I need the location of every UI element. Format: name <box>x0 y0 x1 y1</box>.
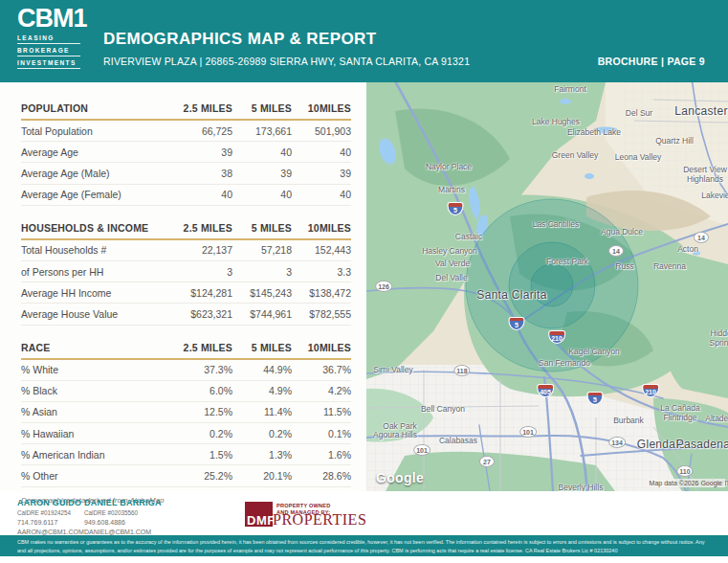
row-label: % Asian <box>21 401 173 422</box>
map-label: Lake Hughes <box>532 118 580 127</box>
row-value: 28.6% <box>292 465 351 486</box>
row-value: 40 <box>292 142 351 163</box>
map-label: Val Verde <box>435 259 470 269</box>
interstate-shield-icon: 210 <box>642 384 659 397</box>
map-label: Naylor Place <box>426 163 472 172</box>
contact-license: CalDRE #02035560 <box>84 509 162 518</box>
row-value: 11.4% <box>232 401 292 422</box>
logo-tag-brokerage: BROKERAGE <box>17 44 80 56</box>
demographics-panel: POPULATION 2.5 MILES 5 MILES 10MILES Tot… <box>0 82 366 491</box>
map-label: Pasadena <box>676 439 728 452</box>
state-route-shield-icon: 110 <box>676 465 693 477</box>
header-bar: CBM1 LEASING BROKERAGE INVESTMENTS DEMOG… <box>0 0 728 82</box>
state-route-shield-icon: 101 <box>413 444 430 456</box>
row-value: 3.3 <box>292 260 351 282</box>
row-value: 25.2% <box>173 465 232 486</box>
table-title: POPULATION <box>21 99 173 120</box>
state-route-shield-icon: 118 <box>453 365 470 376</box>
table-row: of Persons per HH333.3 <box>21 260 351 282</box>
col-header: 2.5 MILES <box>173 218 232 239</box>
map-label: Quartz Hill <box>655 137 694 146</box>
contact-name: DANIEL BARRIGA <box>84 498 162 507</box>
row-value: 37.3% <box>173 359 232 381</box>
interstate-shield-icon: 5 <box>509 317 525 330</box>
map-label: Burbank <box>613 417 644 426</box>
state-route-shield-icon: 101 <box>519 426 537 438</box>
row-value: $623,321 <box>173 304 232 325</box>
page-title: DEMOGRAPHICS MAP & REPORT <box>103 30 470 49</box>
row-value: 39 <box>292 163 351 184</box>
col-header: 2.5 MILES <box>173 338 232 359</box>
row-value: 40 <box>232 184 292 205</box>
brochure-page-label: BROCHURE | PAGE 9 <box>598 56 705 67</box>
map-label: Hidden Springs <box>702 329 728 349</box>
row-value: 20.1% <box>232 465 292 486</box>
row-value: 1.6% <box>292 444 351 465</box>
households-income-table: HOUSEHOLDS & INCOME 2.5 MILES 5 MILES 10… <box>21 218 351 326</box>
row-value: 0.2% <box>232 423 292 444</box>
row-value: 40 <box>292 184 351 205</box>
row-label: Average Age (Female) <box>21 184 173 205</box>
table-row: Average HH Income$124,281$145,243$138,47… <box>21 282 351 304</box>
row-value: 6.0% <box>173 380 232 401</box>
row-value: 4.9% <box>232 380 292 401</box>
col-header: 5 MILES <box>232 338 292 359</box>
row-value: 12.5% <box>173 401 232 422</box>
map-label: Hasley Canyon <box>422 247 477 257</box>
map-label: Russ <box>615 262 633 272</box>
disclaimer-bar: CBM makes no warranties or guarantees as… <box>0 535 728 556</box>
col-header: 10MILES <box>292 338 351 359</box>
map-label: Agua Dulce <box>601 228 643 237</box>
state-route-shield-icon: 14 <box>608 245 624 257</box>
row-label: % White <box>21 359 173 381</box>
logo-tag-investments: INVESTMENTS <box>17 56 80 69</box>
row-value: 1.3% <box>232 444 292 465</box>
row-label: Total Population <box>21 120 173 142</box>
map-label: Forest Park <box>546 258 588 267</box>
map-label: Green Valley <box>552 151 599 161</box>
table-row: % Asian12.5%11.4%11.5% <box>21 401 351 422</box>
col-header: 10MILES <box>292 99 351 120</box>
row-value: 152,443 <box>292 239 351 261</box>
row-value: 3 <box>173 260 232 282</box>
row-value: 22,137 <box>173 239 232 261</box>
state-route-shield-icon: 126 <box>375 281 392 292</box>
map-label: Beverly Hills <box>559 484 604 491</box>
map-label: Ravenna <box>653 262 686 272</box>
table-row: Average Age394040 <box>21 142 351 163</box>
logo-brand: CBM1 <box>17 6 94 32</box>
map-label: Acton <box>677 245 698 255</box>
table-row: % Other25.2%20.1%28.6% <box>21 465 351 486</box>
row-label: % American Indian <box>21 444 173 465</box>
row-label: Average House Value <box>21 304 173 325</box>
row-label: Average Age <box>21 142 173 163</box>
dmf-brand-right: PROPERTIES <box>273 511 366 529</box>
dmf-properties-logo: PROPERTY OWNED AND MANAGED BY: DMF PROPE… <box>245 496 388 534</box>
table-row: Average Age (Female)404040 <box>21 184 351 205</box>
table-row: % White37.3%44.9%36.7% <box>21 359 351 381</box>
col-header: 2.5 MILES <box>173 99 232 120</box>
state-route-shield-icon: 134 <box>608 437 626 448</box>
map-label: Simi Valley <box>373 366 412 375</box>
row-value: 0.1% <box>292 423 351 444</box>
row-value: 39 <box>173 142 232 163</box>
row-value: 0.2% <box>173 423 232 444</box>
state-route-shield-icon: 27 <box>479 456 495 467</box>
map-label: Agoura Hills <box>373 431 417 440</box>
row-value: 501,903 <box>292 120 351 142</box>
demographics-map[interactable]: FairmontDel SurLancasterLake HughesEliza… <box>366 82 728 491</box>
table-title: RACE <box>21 338 173 359</box>
row-value: $124,281 <box>173 282 232 304</box>
table-row: Average Age (Male)383939 <box>21 163 351 184</box>
google-logo[interactable]: Google <box>376 470 424 485</box>
row-label: % Black <box>21 380 173 401</box>
row-label: % Hawaiian <box>21 423 173 444</box>
map-label: Calabasas <box>439 437 477 446</box>
map-labels: FairmontDel SurLancasterLake HughesEliza… <box>366 82 728 491</box>
row-value: 40 <box>173 184 232 205</box>
interstate-shield-icon: 210 <box>548 330 565 344</box>
row-value: 1.5% <box>173 444 232 465</box>
map-label: Bell Canyon <box>421 405 465 415</box>
logo-tag-leasing: LEASING <box>17 32 80 44</box>
row-value: 39 <box>232 163 292 184</box>
